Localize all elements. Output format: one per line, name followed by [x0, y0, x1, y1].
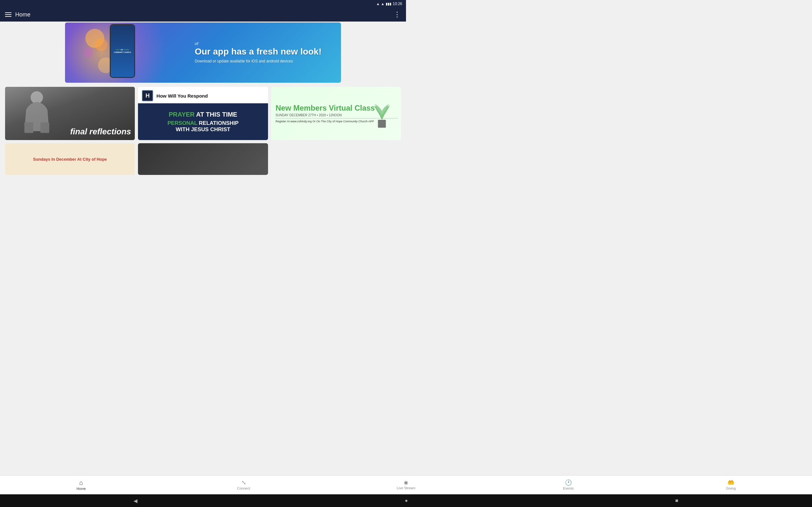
hero-of-italic: of	[195, 41, 327, 46]
bokeh-circle	[95, 38, 107, 51]
status-icons: ▲ ▲ ▮▮▮ 10:26	[376, 2, 402, 6]
hero-phone-logo: CITY OF HOPE COMMUNITY CHURCH	[114, 49, 131, 53]
card-dark[interactable]	[138, 143, 268, 175]
app-bar-left: Home	[5, 11, 31, 18]
hero-phone: CITY OF HOPE COMMUNITY CHURCH	[110, 24, 135, 78]
hero-subtext: Download or update available for iOS and…	[195, 59, 327, 64]
sermon-body: PRAYER AT THIS TIME PERSONAL RELATIONSHI…	[138, 103, 268, 140]
new-members-text: New Members Virtual Class SUNDAY DECEMBE…	[271, 101, 401, 126]
hero-inner[interactable]: CITY OF HOPE COMMUNITY CHURCH of Our app…	[65, 22, 341, 83]
card-sundays-december[interactable]: Sundays In December At City of Hope	[5, 143, 135, 175]
new-members-subtitle: SUNDAY DECEMBER 27TH • 2020 • 12NOON	[275, 113, 398, 117]
card-final-text: final reflections	[9, 127, 131, 136]
wifi-icon: ▲	[376, 2, 380, 6]
sermon-header: H How Will You Respond	[138, 87, 268, 103]
hero-phone-screen: CITY OF HOPE COMMUNITY CHURCH	[111, 25, 134, 77]
bokeh-circle	[84, 48, 93, 57]
sermon-logo: H	[142, 90, 153, 101]
new-members-register: Register At www.cohindy.org Or On The Ci…	[275, 120, 398, 123]
sermon-title: How Will You Respond	[156, 93, 208, 99]
card-final-reflections[interactable]: final reflections	[5, 87, 135, 140]
page-title: Home	[15, 11, 31, 18]
hamburger-menu-button[interactable]	[5, 12, 11, 17]
content-grid: final reflections H How Will You Respond…	[0, 83, 406, 178]
sermon-personal-line: PERSONAL RELATIONSHIPWITH JESUS CHRIST	[167, 120, 239, 133]
new-members-title: New Members Virtual Class	[275, 104, 398, 112]
card-new-members[interactable]: New Members Virtual Class SUNDAY DECEMBE…	[271, 87, 401, 140]
hero-headline: Our app has a fresh new look!	[195, 47, 327, 57]
status-time: 10:26	[393, 2, 402, 6]
svg-point-0	[31, 91, 43, 104]
card-how-will-you-respond[interactable]: H How Will You Respond PRAYER AT THIS TI…	[138, 87, 268, 140]
hero-text: of Our app has a fresh new look! Downloa…	[195, 41, 327, 64]
hamburger-line	[5, 14, 11, 15]
sermon-prayer-line: PRAYER AT THIS TIME	[169, 111, 237, 118]
hamburger-line	[5, 16, 11, 17]
signal-icon: ▲	[381, 2, 385, 6]
more-options-button[interactable]: ⋮	[394, 11, 401, 18]
app-bar: Home ⋮	[0, 8, 406, 21]
divider	[275, 118, 398, 118]
hero-banner: CITY OF HOPE COMMUNITY CHURCH of Our app…	[0, 21, 406, 83]
sundays-text: Sundays In December At City of Hope	[33, 157, 107, 162]
hamburger-line	[5, 12, 11, 13]
hero-phone-area: CITY OF HOPE COMMUNITY CHURCH	[79, 22, 189, 83]
status-bar: ▲ ▲ ▮▮▮ 10:26	[0, 0, 406, 8]
battery-icon: ▮▮▮	[386, 2, 392, 6]
